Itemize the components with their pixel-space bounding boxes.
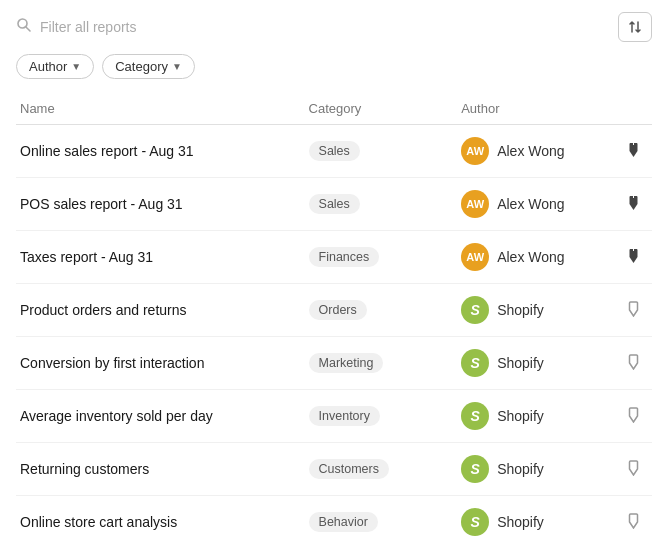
avatar: AW — [461, 137, 489, 165]
avatar: AW — [461, 243, 489, 271]
author-cell: SShopify — [461, 508, 544, 536]
table-row[interactable]: Average inventory sold per dayInventoryS… — [16, 390, 652, 443]
author-name: Shopify — [497, 302, 544, 318]
table-header-row: Name Category Author — [16, 93, 652, 125]
filter-chips: Author ▼ Category ▼ — [16, 54, 652, 79]
search-placeholder[interactable]: Filter all reports — [40, 19, 136, 35]
row-category-0: Sales — [309, 125, 462, 178]
search-bar: Filter all reports — [16, 12, 652, 42]
row-category-7: Behavior — [309, 496, 462, 549]
row-category-6: Customers — [309, 443, 462, 496]
row-category-4: Marketing — [309, 337, 462, 390]
filter-chip-category-label: Category — [115, 59, 168, 74]
avatar: S — [461, 296, 489, 324]
avatar: S — [461, 455, 489, 483]
author-cell: SShopify — [461, 349, 544, 377]
col-header-author: Author — [461, 93, 652, 125]
avatar: AW — [461, 190, 489, 218]
row-name-3: Product orders and returns — [16, 284, 309, 337]
row-name-1: POS sales report - Aug 31 — [16, 178, 309, 231]
avatar: S — [461, 508, 489, 536]
category-badge: Orders — [309, 300, 367, 320]
search-icon — [16, 17, 32, 37]
pin-icon[interactable] — [627, 142, 640, 161]
author-pin-wrap: AWAlex Wong — [461, 243, 640, 271]
author-pin-wrap: SShopify — [461, 349, 640, 377]
table-row[interactable]: POS sales report - Aug 31SalesAWAlex Won… — [16, 178, 652, 231]
author-cell: SShopify — [461, 296, 544, 324]
category-badge: Inventory — [309, 406, 380, 426]
row-name-4: Conversion by first interaction — [16, 337, 309, 390]
author-cell: AWAlex Wong — [461, 243, 564, 271]
col-header-category: Category — [309, 93, 462, 125]
row-author-7: SShopify — [461, 496, 652, 549]
author-name: Shopify — [497, 514, 544, 530]
category-badge: Behavior — [309, 512, 378, 532]
row-name-2: Taxes report - Aug 31 — [16, 231, 309, 284]
pin-icon[interactable] — [627, 301, 640, 320]
category-badge: Marketing — [309, 353, 384, 373]
row-author-4: SShopify — [461, 337, 652, 390]
table-row[interactable]: Product orders and returnsOrdersSShopify — [16, 284, 652, 337]
pin-icon[interactable] — [627, 195, 640, 214]
category-badge: Sales — [309, 141, 360, 161]
avatar: S — [461, 402, 489, 430]
author-pin-wrap: SShopify — [461, 455, 640, 483]
filter-author-arrow-icon: ▼ — [71, 61, 81, 72]
author-cell: AWAlex Wong — [461, 137, 564, 165]
row-name-5: Average inventory sold per day — [16, 390, 309, 443]
row-name-7: Online store cart analysis — [16, 496, 309, 549]
author-cell: SShopify — [461, 402, 544, 430]
filter-chip-category[interactable]: Category ▼ — [102, 54, 195, 79]
reports-table: Name Category Author Online sales report… — [16, 93, 652, 548]
row-category-3: Orders — [309, 284, 462, 337]
row-name-0: Online sales report - Aug 31 — [16, 125, 309, 178]
filter-chip-author-label: Author — [29, 59, 67, 74]
author-cell: SShopify — [461, 455, 544, 483]
row-category-1: Sales — [309, 178, 462, 231]
filter-category-arrow-icon: ▼ — [172, 61, 182, 72]
row-author-2: AWAlex Wong — [461, 231, 652, 284]
category-badge: Sales — [309, 194, 360, 214]
author-pin-wrap: SShopify — [461, 402, 640, 430]
author-name: Shopify — [497, 461, 544, 477]
author-pin-wrap: AWAlex Wong — [461, 190, 640, 218]
category-badge: Finances — [309, 247, 380, 267]
col-header-name: Name — [16, 93, 309, 125]
author-name: Shopify — [497, 355, 544, 371]
row-author-1: AWAlex Wong — [461, 178, 652, 231]
row-author-5: SShopify — [461, 390, 652, 443]
avatar: S — [461, 349, 489, 377]
filter-chip-author[interactable]: Author ▼ — [16, 54, 94, 79]
search-left: Filter all reports — [16, 17, 618, 37]
row-name-6: Returning customers — [16, 443, 309, 496]
row-author-3: SShopify — [461, 284, 652, 337]
svg-line-1 — [26, 27, 30, 31]
author-cell: AWAlex Wong — [461, 190, 564, 218]
category-badge: Customers — [309, 459, 389, 479]
table-row[interactable]: Online sales report - Aug 31SalesAWAlex … — [16, 125, 652, 178]
author-pin-wrap: SShopify — [461, 508, 640, 536]
row-author-0: AWAlex Wong — [461, 125, 652, 178]
pin-icon[interactable] — [627, 460, 640, 479]
pin-icon[interactable] — [627, 248, 640, 267]
table-row[interactable]: Online store cart analysisBehaviorSShopi… — [16, 496, 652, 549]
row-category-5: Inventory — [309, 390, 462, 443]
author-pin-wrap: AWAlex Wong — [461, 137, 640, 165]
pin-icon[interactable] — [627, 354, 640, 373]
pin-icon[interactable] — [627, 407, 640, 426]
pin-icon[interactable] — [627, 513, 640, 532]
table-row[interactable]: Conversion by first interactionMarketing… — [16, 337, 652, 390]
author-pin-wrap: SShopify — [461, 296, 640, 324]
sort-button[interactable] — [618, 12, 652, 42]
author-name: Alex Wong — [497, 249, 564, 265]
row-author-6: SShopify — [461, 443, 652, 496]
table-row[interactable]: Taxes report - Aug 31FinancesAWAlex Wong — [16, 231, 652, 284]
author-name: Shopify — [497, 408, 544, 424]
table-row[interactable]: Returning customersCustomersSShopify — [16, 443, 652, 496]
author-name: Alex Wong — [497, 196, 564, 212]
row-category-2: Finances — [309, 231, 462, 284]
author-name: Alex Wong — [497, 143, 564, 159]
